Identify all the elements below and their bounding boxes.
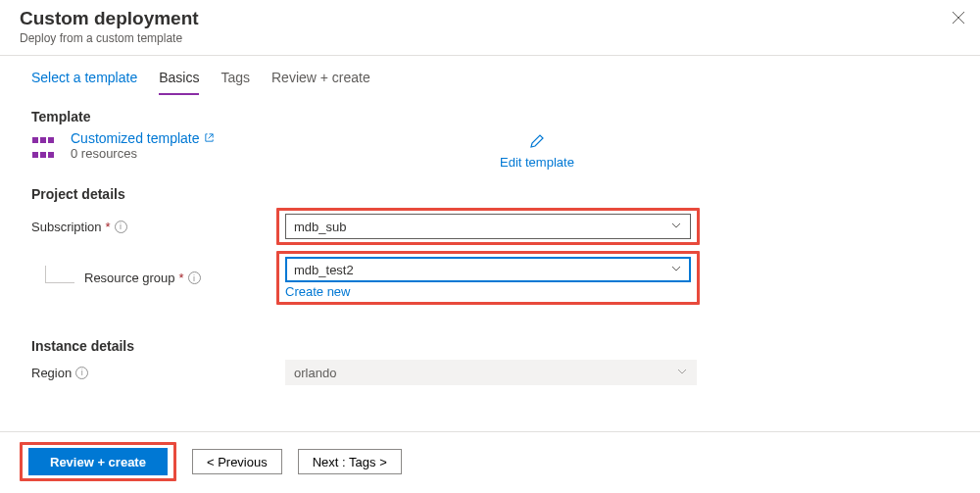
region-value: orlando <box>294 366 336 380</box>
subscription-select[interactable]: mdb_sub <box>285 214 691 239</box>
subscription-value: mdb_sub <box>294 220 346 234</box>
indent-line <box>45 266 74 283</box>
close-icon[interactable] <box>949 8 968 27</box>
create-new-link[interactable]: Create new <box>285 284 691 299</box>
chevron-down-icon <box>676 366 688 380</box>
content-area: Template Customized template 0 resources… <box>0 95 980 385</box>
tab-review-create[interactable]: Review + create <box>271 70 370 95</box>
previous-button[interactable]: < Previous <box>192 449 282 474</box>
tab-select-template[interactable]: Select a template <box>31 70 137 95</box>
edit-template-label: Edit template <box>500 155 574 170</box>
page-title: Custom deployment <box>20 8 960 29</box>
resource-group-label: Resource group * i <box>31 271 276 285</box>
resource-group-highlight: mdb_test2 Create new <box>276 251 700 305</box>
info-icon[interactable]: i <box>115 221 127 233</box>
footer-bar: Review + create < Previous Next : Tags > <box>0 431 980 493</box>
page-subtitle: Deploy from a custom template <box>20 31 960 45</box>
template-resource-count: 0 resources <box>71 146 215 161</box>
required-indicator: * <box>106 220 111 234</box>
edit-template-button[interactable]: Edit template <box>500 132 574 170</box>
project-details-heading: Project details <box>31 186 949 202</box>
edit-icon <box>528 132 546 153</box>
chevron-down-icon <box>670 263 682 277</box>
resource-group-value: mdb_test2 <box>294 263 354 277</box>
info-icon[interactable]: i <box>75 367 88 379</box>
region-label: Region i <box>31 366 276 380</box>
page-header: Custom deployment Deploy from a custom t… <box>0 0 980 56</box>
resource-group-select[interactable]: mdb_test2 <box>285 257 691 282</box>
template-heading: Template <box>31 109 949 124</box>
tab-basics[interactable]: Basics <box>159 70 199 95</box>
template-link-label: Customized template <box>71 130 200 146</box>
customized-template-link[interactable]: Customized template <box>71 130 215 146</box>
tab-bar: Select a template Basics Tags Review + c… <box>0 56 980 95</box>
tab-tags[interactable]: Tags <box>220 70 250 95</box>
next-button[interactable]: Next : Tags > <box>298 449 402 474</box>
subscription-label: Subscription * i <box>31 220 276 234</box>
instance-details-heading: Instance details <box>31 338 949 354</box>
template-icon <box>31 132 59 154</box>
info-icon[interactable]: i <box>188 271 201 284</box>
chevron-down-icon <box>670 220 682 234</box>
region-select: orlando <box>285 360 697 385</box>
external-link-icon <box>204 130 215 146</box>
required-indicator: * <box>179 271 184 285</box>
subscription-highlight: mdb_sub <box>276 208 700 245</box>
template-row: Customized template 0 resources <box>31 130 949 161</box>
review-create-highlight: Review + create <box>20 442 176 481</box>
review-create-button[interactable]: Review + create <box>28 448 168 475</box>
